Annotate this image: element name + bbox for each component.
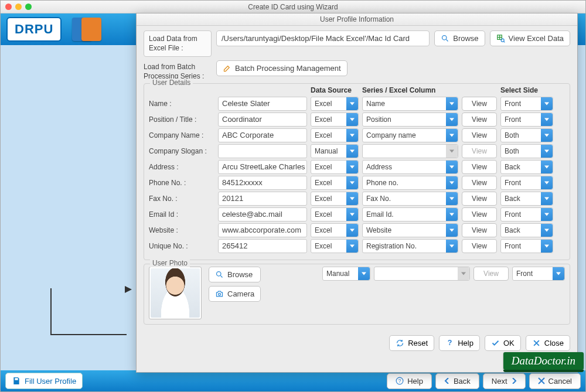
column-select[interactable]: Phone no. xyxy=(362,176,458,190)
batch-btn-label: Batch Processing Management xyxy=(235,64,341,73)
view-excel-button[interactable]: View Excel Data xyxy=(490,30,570,46)
camera-icon xyxy=(215,289,224,298)
zoom-window-icon[interactable] xyxy=(25,4,32,10)
field-row: Website :www.abccorporate.comExcelWebsit… xyxy=(149,223,565,237)
data-source-select[interactable]: Excel xyxy=(311,160,359,174)
load-excel-label: Load Data from Excel File : xyxy=(144,30,212,57)
data-source-select[interactable]: Excel xyxy=(311,223,359,237)
table-search-icon xyxy=(496,34,505,43)
field-row: Unique No. :265412ExcelRegistration No.V… xyxy=(149,239,565,253)
search-icon xyxy=(215,270,224,279)
dialog-title: User Profile Information xyxy=(137,13,577,26)
data-source-select[interactable]: Excel xyxy=(311,176,359,190)
ok-button[interactable]: OK xyxy=(485,335,521,351)
card-thumb-icon xyxy=(81,18,101,41)
data-source-select[interactable]: Excel xyxy=(311,113,359,127)
view-button[interactable]: View xyxy=(462,160,497,174)
photo-browse-button[interactable]: Browse xyxy=(209,267,261,282)
data-source-select[interactable]: Excel xyxy=(311,192,359,206)
dialog-help-button[interactable]: ? Help xyxy=(439,335,480,351)
view-button[interactable]: View xyxy=(462,176,497,190)
minimize-window-icon[interactable] xyxy=(15,4,22,10)
data-source-select[interactable]: Excel xyxy=(311,207,359,221)
field-row: Email Id :celeste@abc.mailExcelEmail Id.… xyxy=(149,207,565,221)
view-button[interactable]: View xyxy=(462,113,497,127)
wizard-next-button[interactable]: Next xyxy=(483,373,526,389)
field-input[interactable]: Coordinator xyxy=(218,113,307,127)
side-select[interactable]: Front xyxy=(500,113,553,127)
side-select[interactable]: Front xyxy=(500,239,553,253)
side-select[interactable]: Front xyxy=(500,176,553,190)
column-select[interactable]: Name xyxy=(362,97,458,111)
field-input[interactable]: ABC Corporate xyxy=(218,128,307,142)
svg-text:?: ? xyxy=(398,379,401,384)
side-select[interactable]: Front xyxy=(500,97,553,111)
close-window-icon[interactable] xyxy=(5,4,12,10)
edit-icon xyxy=(223,64,231,73)
field-input[interactable]: Celeste Slater xyxy=(218,97,307,111)
column-select[interactable]: Company name xyxy=(362,128,458,142)
question-icon: ? xyxy=(396,377,404,385)
field-input[interactable]: 265412 xyxy=(218,239,307,253)
column-select[interactable]: Fax No. xyxy=(362,192,458,206)
x-icon xyxy=(532,339,541,347)
data-source-select[interactable]: Excel xyxy=(311,128,359,142)
photo-view-button: View xyxy=(473,267,509,281)
view-button[interactable]: View xyxy=(462,207,497,221)
batch-label: Load from Batch Processing Series : xyxy=(144,60,212,81)
side-select[interactable]: Back xyxy=(500,160,553,174)
side-select[interactable]: Front xyxy=(500,207,553,221)
batch-processing-button[interactable]: Batch Processing Management xyxy=(216,60,347,76)
excel-path-input[interactable]: /Users/taruntyagi/Desktop/File Mack Exce… xyxy=(216,30,430,46)
wizard-cancel-button[interactable]: Cancel xyxy=(529,373,581,389)
browse-excel-button[interactable]: Browse xyxy=(434,30,485,46)
field-input[interactable]: www.abccorporate.com xyxy=(218,223,307,237)
column-headers: Data Source Series / Excel Column Select… xyxy=(149,86,565,94)
column-select[interactable]: Website xyxy=(362,223,458,237)
photo-data-source-select[interactable]: Manual xyxy=(322,267,370,281)
view-button[interactable]: View xyxy=(462,192,497,206)
photo-camera-label: Camera xyxy=(227,289,254,298)
reset-button[interactable]: Reset xyxy=(389,335,434,351)
column-select[interactable]: Address xyxy=(362,160,458,174)
photo-side-select[interactable]: Front xyxy=(512,267,565,281)
window-title: Create ID Card using Wizard xyxy=(248,3,338,11)
wizard-footer: Fill User Profile ? Help Back Next Cance… xyxy=(1,370,585,391)
side-select[interactable]: Back xyxy=(500,192,553,206)
side-select[interactable]: Back xyxy=(500,223,553,237)
view-button[interactable]: View xyxy=(462,128,497,142)
field-input[interactable]: celeste@abc.mail xyxy=(218,207,307,221)
field-input[interactable]: 84512xxxxx xyxy=(218,176,307,190)
wizard-back-button[interactable]: Back xyxy=(435,373,479,389)
field-input[interactable]: Arcu StreetLake Charles xyxy=(218,160,307,174)
fill-user-profile-label: Fill User Profile xyxy=(25,377,76,386)
close-button[interactable]: Close xyxy=(526,335,570,351)
avatar-image xyxy=(151,268,200,318)
data-source-select[interactable]: Manual xyxy=(311,144,359,158)
data-source-select[interactable]: Excel xyxy=(311,97,359,111)
photo-camera-button[interactable]: Camera xyxy=(209,286,261,302)
column-select[interactable]: Email Id. xyxy=(362,207,458,221)
question-icon: ? xyxy=(445,339,454,347)
data-source-select[interactable]: Excel xyxy=(311,239,359,253)
save-icon xyxy=(12,376,21,386)
column-select[interactable]: Registration No. xyxy=(362,239,458,253)
side-select[interactable]: Both xyxy=(500,144,553,158)
search-icon xyxy=(441,34,449,43)
ok-label: OK xyxy=(503,339,515,347)
traffic-lights[interactable] xyxy=(5,4,32,10)
wizard-help-button[interactable]: ? Help xyxy=(387,373,432,389)
view-button[interactable]: View xyxy=(462,239,497,253)
view-button[interactable]: View xyxy=(462,97,497,111)
column-select[interactable]: Position xyxy=(362,113,458,127)
field-label: Phone No. : xyxy=(149,179,214,187)
field-input[interactable]: 20121 xyxy=(218,192,307,206)
side-select[interactable]: Both xyxy=(500,128,553,142)
field-label: Company Name : xyxy=(149,131,214,139)
photo-preview[interactable] xyxy=(149,267,202,319)
fill-user-profile-button[interactable]: Fill User Profile xyxy=(5,373,83,389)
field-label: Address : xyxy=(149,163,214,171)
field-input[interactable] xyxy=(218,144,307,158)
view-button[interactable]: View xyxy=(462,223,497,237)
header-select-side: Select Side xyxy=(500,86,553,94)
